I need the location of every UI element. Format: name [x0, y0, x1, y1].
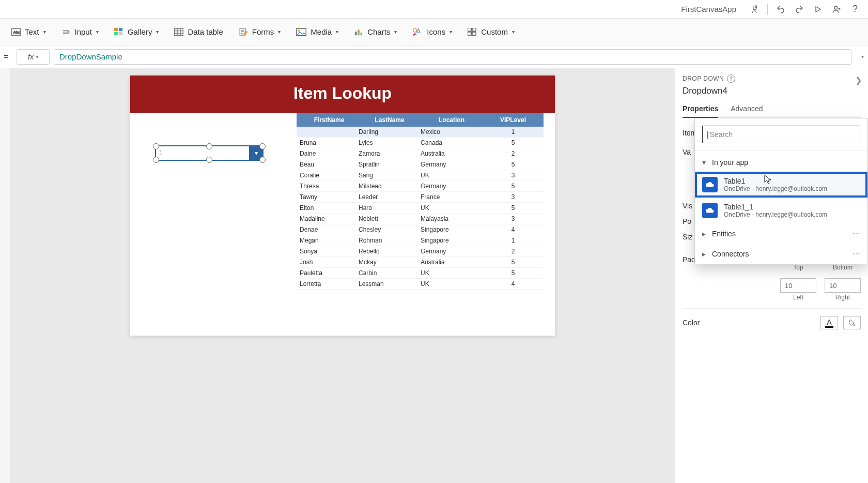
property-equals[interactable]: =: [0, 52, 12, 62]
ribbon-forms[interactable]: Forms▾: [239, 27, 281, 37]
help-button[interactable]: ?: [847, 2, 863, 17]
table-row[interactable]: DaineZamoraAustralia2: [297, 148, 544, 159]
formula-expand-icon[interactable]: ▾: [857, 54, 868, 59]
cell: Malayasia: [421, 215, 483, 222]
more-icon[interactable]: ⋯: [852, 229, 860, 238]
properties-panel: DROP DOWN ? ❯ Dropdown4 Properties Advan…: [675, 68, 868, 483]
more-icon[interactable]: ⋯: [852, 249, 860, 259]
cell: Rohman: [359, 237, 421, 244]
ribbon-custom[interactable]: Custom▾: [468, 27, 515, 36]
canvas-area[interactable]: Item Lookup 1 ▾ Fir: [10, 68, 675, 483]
chevron-down-icon: ▾: [43, 29, 46, 35]
cell: Zamora: [359, 150, 421, 157]
table-row[interactable]: JoshMckayAustralia5: [297, 257, 544, 268]
cell: Rebello: [359, 248, 421, 255]
table-row[interactable]: CoralieSangUK3: [297, 170, 544, 181]
padding-right-input[interactable]: 10: [825, 278, 861, 293]
cell: UK: [421, 280, 483, 288]
control-name[interactable]: Dropdown4: [683, 86, 861, 96]
chevron-right-icon: ▸: [702, 250, 706, 258]
app-screen: Item Lookup 1 ▾ Fir: [130, 76, 555, 336]
datasource-search-input[interactable]: |Search: [702, 126, 860, 143]
table-row[interactable]: TawnyLeederFrance3: [297, 192, 544, 203]
ribbon-icons[interactable]: Icons▾: [412, 27, 452, 37]
share-button[interactable]: [829, 2, 844, 17]
play-button[interactable]: [810, 2, 826, 17]
fx-button[interactable]: fx▾: [17, 49, 50, 65]
svg-rect-15: [361, 32, 363, 35]
tab-properties[interactable]: Properties: [683, 101, 718, 118]
prop-color: Color A: [683, 316, 861, 329]
resize-handle[interactable]: [206, 157, 212, 163]
col-location[interactable]: Location: [421, 113, 483, 127]
cell: UK: [421, 204, 483, 212]
ribbon-text[interactable]: Abc Text▾: [11, 27, 46, 36]
cell: UK: [421, 172, 483, 179]
svg-point-0: [755, 5, 757, 7]
panel-expand-icon[interactable]: ❯: [855, 76, 862, 85]
font-color-button[interactable]: A: [820, 316, 838, 329]
cell: Australia: [421, 150, 483, 157]
table-row[interactable]: DenaeChesleySingapore4: [297, 224, 544, 235]
resize-handle[interactable]: [259, 143, 266, 149]
cell: 5: [483, 204, 544, 212]
datasource-table1-1[interactable]: Table1_1 OneDrive - henry.legge@outlook.…: [695, 198, 867, 223]
dropdown-control-selected[interactable]: 1 ▾: [155, 145, 264, 161]
app-title: Item Lookup: [130, 76, 555, 113]
help-icon[interactable]: ?: [727, 74, 735, 83]
cell: Germany: [421, 248, 483, 255]
table-row[interactable]: EltonHaroUK5: [297, 203, 544, 214]
col-lastname[interactable]: LastName: [359, 113, 421, 127]
cell: Beau: [297, 161, 359, 168]
cell: Pauletta: [297, 269, 359, 277]
table-row[interactable]: SonyaRebelloGermany2: [297, 246, 544, 257]
col-firstname[interactable]: FirstName: [297, 113, 359, 127]
table-row[interactable]: MadalineNeblettMalayasia3: [297, 214, 544, 224]
resize-handle[interactable]: [153, 157, 159, 163]
ribbon-data-table[interactable]: Data table: [174, 27, 223, 36]
group-in-your-app[interactable]: ▾ In your app: [695, 153, 867, 172]
group-entities[interactable]: ▸ Entities ⋯: [695, 223, 867, 244]
fill-color-button[interactable]: [843, 316, 861, 329]
onedrive-icon: [702, 177, 718, 192]
cell: Singapore: [421, 237, 483, 244]
left-rail[interactable]: [0, 68, 10, 483]
datasource-table1[interactable]: Table1 OneDrive - henry.legge@outlook.co…: [695, 172, 867, 198]
cell: Darling: [359, 128, 421, 135]
table-row[interactable]: BrunaLylesCanada5: [297, 138, 544, 148]
ribbon-input[interactable]: Input▾: [61, 27, 99, 36]
table-row[interactable]: MeganRohmanSingapore1: [297, 235, 544, 246]
tab-advanced[interactable]: Advanced: [731, 101, 763, 117]
redo-button[interactable]: [792, 2, 807, 17]
table-row[interactable]: LorrettaLessmanUK4: [297, 279, 544, 290]
table-row[interactable]: PaulettaCarbinUK5: [297, 268, 544, 279]
ribbon-gallery[interactable]: Gallery▾: [114, 27, 159, 36]
app-checker-icon[interactable]: [747, 2, 762, 17]
cell: Daine: [297, 150, 359, 157]
cell: 4: [483, 280, 544, 288]
ribbon-charts[interactable]: Charts▾: [354, 27, 397, 36]
svg-point-1: [834, 6, 838, 9]
svg-rect-20: [472, 32, 476, 35]
table-row[interactable]: DarlingMexico1: [297, 127, 544, 138]
padding-left-input[interactable]: 10: [780, 278, 816, 293]
chevron-right-icon: ▸: [702, 230, 706, 238]
cell: Elton: [297, 204, 359, 212]
table-header: FirstName LastName Location VIPLevel: [297, 113, 544, 127]
cell: Carbin: [359, 269, 421, 277]
table-row[interactable]: BeauSpratlinGermany5: [297, 159, 544, 170]
chevron-down-icon: ▾: [96, 29, 99, 35]
cell: Madaline: [297, 215, 359, 222]
col-viplevel[interactable]: VIPLevel: [483, 113, 544, 127]
cell: Sang: [359, 172, 421, 179]
chevron-down-icon: ▾: [512, 29, 515, 35]
ribbon-media[interactable]: Media▾: [296, 27, 338, 36]
group-connectors[interactable]: ▸ Connectors ⋯: [695, 244, 867, 264]
table-row[interactable]: ThresaMilsteadGermany5: [297, 181, 544, 192]
resize-handle[interactable]: [153, 143, 159, 149]
undo-button[interactable]: [773, 2, 788, 17]
cell: Mckay: [359, 259, 421, 266]
formula-input[interactable]: DropDownSample: [54, 49, 851, 65]
resize-handle[interactable]: [206, 143, 212, 149]
resize-handle[interactable]: [259, 157, 266, 163]
